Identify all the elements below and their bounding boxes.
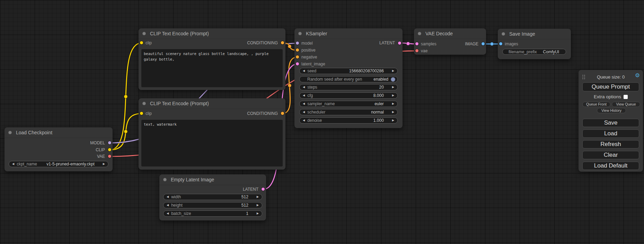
port-latent-output[interactable]: [262, 188, 265, 191]
node-save-image[interactable]: Save Image images filename_prefix ComfyU…: [498, 29, 571, 59]
save-button[interactable]: Save: [582, 119, 639, 127]
prompt-textarea[interactable]: text, watermark: [141, 120, 283, 166]
decrement-arrow-icon[interactable]: ◀: [303, 119, 305, 122]
port-clip-input[interactable]: [140, 41, 143, 44]
refresh-button[interactable]: Refresh: [582, 140, 639, 148]
random-seed-widget[interactable]: Random seed after every gen enabled: [299, 76, 398, 82]
node-title: Empty Latent Image: [159, 174, 266, 185]
input-label-images: images: [505, 40, 518, 47]
decrement-arrow-icon[interactable]: ◀: [303, 94, 305, 97]
port-latent-image-input[interactable]: [296, 62, 299, 65]
input-label-clip: clip: [145, 39, 152, 46]
decrement-arrow-icon[interactable]: ◀: [303, 86, 305, 89]
port-negative-input[interactable]: [296, 55, 299, 58]
widget-value: normal: [371, 110, 384, 115]
width-widget[interactable]: ◀ width 512 ▶: [163, 194, 262, 200]
cfg-widget[interactable]: ◀ cfg 8.000 ▶: [299, 92, 398, 99]
output-label-latent: LATENT: [243, 186, 258, 193]
random-seed-toggle-icon[interactable]: [391, 77, 395, 82]
collapse-dot-icon[interactable]: [163, 178, 167, 181]
decrement-arrow-icon[interactable]: ◀: [167, 196, 169, 198]
queue-size-label: Queue size: 0: [579, 74, 643, 80]
queue-front-button[interactable]: Queue Front: [582, 102, 610, 107]
filename-prefix-widget[interactable]: filename_prefix ComfyUI: [502, 49, 566, 55]
decrement-arrow-icon[interactable]: ◀: [303, 70, 305, 72]
port-samples-input[interactable]: [415, 42, 418, 45]
view-history-button[interactable]: View History: [597, 108, 626, 113]
batch-size-widget[interactable]: ◀ batch_size 1 ▶: [163, 210, 262, 217]
increment-arrow-icon[interactable]: ▶: [392, 86, 394, 89]
increment-arrow-icon[interactable]: ▶: [392, 70, 394, 72]
widget-label: seed: [307, 69, 316, 73]
output-label-latent: LATENT: [379, 39, 395, 46]
load-default-button[interactable]: Load Default: [582, 162, 639, 170]
port-clip-input[interactable]: [140, 112, 143, 115]
denoise-widget[interactable]: ◀ denoise 1.000 ▶: [299, 117, 398, 124]
widget-label: width: [171, 195, 181, 199]
port-conditioning-output[interactable]: [281, 41, 284, 44]
wire-clip-to-positive: [110, 43, 142, 150]
port-image-output[interactable]: [482, 42, 485, 45]
increment-arrow-icon[interactable]: ▶: [392, 94, 394, 97]
collapse-dot-icon[interactable]: [142, 32, 146, 35]
increment-arrow-icon[interactable]: ▶: [392, 119, 394, 122]
scheduler-widget[interactable]: ◀ scheduler normal ▶: [299, 109, 398, 115]
port-conditioning-output[interactable]: [281, 112, 284, 115]
collapse-dot-icon[interactable]: [142, 102, 146, 105]
node-vae-decode[interactable]: VAE Decode samples vae IMAGE: [414, 28, 486, 55]
node-clip-text-encode-negative[interactable]: CLIP Text Encode (Prompt) clip CONDITION…: [139, 98, 285, 170]
widget-value: 1: [246, 211, 248, 216]
node-ksampler[interactable]: KSampler model positive negative latent_…: [294, 28, 403, 128]
seed-widget[interactable]: ◀ seed 156680208700286 ▶: [299, 68, 398, 74]
port-latent-output[interactable]: [398, 42, 401, 45]
port-vae-input[interactable]: [415, 49, 418, 52]
port-vae-output[interactable]: [108, 155, 111, 158]
load-button[interactable]: Load: [582, 129, 639, 138]
queue-panel: Queue size: 0 ⚙ Queue Prompt Extra optio…: [579, 70, 643, 172]
ckpt-name-widget[interactable]: ◀ ckpt_name v1-5-pruned-emaonly.ckpt ▶: [9, 161, 108, 167]
node-load-checkpoint[interactable]: Load Checkpoint MODEL CLIP VAE ◀ ckpt_na…: [5, 127, 113, 171]
output-label-clip: CLIP: [96, 146, 105, 153]
wire-clip-to-negative: [110, 114, 142, 150]
input-label-negative: negative: [301, 54, 317, 61]
height-widget[interactable]: ◀ height 512 ▶: [163, 202, 262, 208]
port-positive-input[interactable]: [296, 48, 299, 52]
decrement-arrow-icon[interactable]: ◀: [167, 212, 169, 215]
steps-widget[interactable]: ◀ steps 20 ▶: [299, 84, 398, 90]
widget-label: denoise: [307, 118, 322, 123]
decrement-arrow-icon[interactable]: ◀: [303, 111, 305, 114]
sampler-name-widget[interactable]: ◀ sampler_name euler ▶: [299, 101, 398, 107]
increment-arrow-icon[interactable]: ▶: [392, 111, 394, 114]
port-images-input[interactable]: [499, 42, 502, 45]
widget-value: enabled: [373, 77, 388, 82]
collapse-dot-icon[interactable]: [298, 32, 302, 35]
port-model-output[interactable]: [108, 141, 111, 144]
extra-options-checkbox[interactable]: [624, 95, 628, 99]
decrement-arrow-icon[interactable]: ◀: [12, 163, 14, 165]
increment-arrow-icon[interactable]: ▶: [257, 204, 259, 207]
collapse-dot-icon[interactable]: [502, 32, 505, 36]
increment-arrow-icon[interactable]: ▶: [103, 163, 105, 165]
widget-value: 20: [379, 85, 383, 90]
increment-arrow-icon[interactable]: ▶: [257, 212, 259, 215]
queue-prompt-button[interactable]: Queue Prompt: [582, 82, 639, 91]
increment-arrow-icon[interactable]: ▶: [257, 196, 259, 198]
input-label-model: model: [301, 40, 313, 47]
collapse-dot-icon[interactable]: [418, 32, 421, 35]
decrement-arrow-icon[interactable]: ◀: [167, 204, 169, 207]
widget-label: sampler_name: [307, 101, 335, 106]
output-label-vae: VAE: [97, 153, 105, 160]
node-graph-canvas[interactable]: Load Checkpoint MODEL CLIP VAE ◀ ckpt_na…: [0, 0, 644, 244]
collapse-dot-icon[interactable]: [8, 131, 12, 134]
view-queue-button[interactable]: View Queue: [612, 102, 640, 107]
clear-button[interactable]: Clear: [582, 151, 639, 159]
increment-arrow-icon[interactable]: ▶: [392, 102, 394, 105]
prompt-textarea[interactable]: beautiful scenery nature glass bottle la…: [141, 49, 283, 87]
port-clip-output[interactable]: [108, 148, 111, 151]
decrement-arrow-icon[interactable]: ◀: [303, 102, 305, 105]
settings-gear-icon[interactable]: ⚙: [635, 73, 640, 78]
widget-value: 156680208700286: [349, 69, 384, 73]
node-empty-latent-image[interactable]: Empty Latent Image LATENT ◀ width 512 ▶ …: [159, 174, 266, 220]
node-clip-text-encode-positive[interactable]: CLIP Text Encode (Prompt) clip CONDITION…: [139, 28, 285, 90]
port-model-input[interactable]: [296, 42, 299, 45]
